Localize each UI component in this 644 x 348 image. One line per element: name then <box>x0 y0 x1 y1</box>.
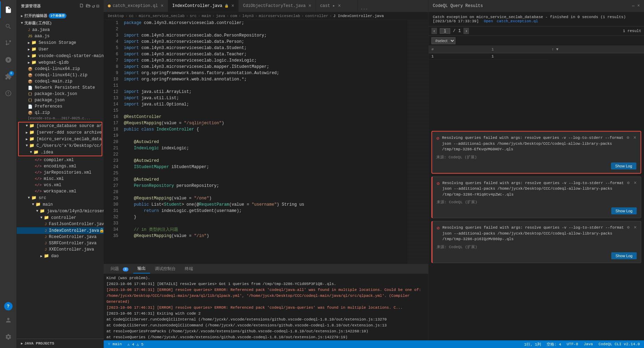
help-icon[interactable]: ? <box>4 302 13 310</box>
breadcrumb-part[interactable]: Desktop <box>108 14 124 18</box>
file-codeql-main-zip[interactable]: 📦 codeql-main.zip <box>17 78 104 85</box>
file-compiler-xml[interactable]: </> compiler.xml <box>17 157 104 163</box>
open-editors-header[interactable]: ▶ 打开的编辑器 1个未保存 <box>17 12 104 19</box>
notif1-settings-icon[interactable]: ⚙ <box>627 135 629 140</box>
notif2-close-icon[interactable]: × <box>634 180 637 186</box>
search-icon[interactable] <box>0 18 17 35</box>
breadcrumb-part[interactable]: l4yn3 <box>242 14 254 18</box>
show-log-button-2[interactable]: Show Log <box>611 207 637 214</box>
status-errors-warnings[interactable]: ⚠ 4 △ 5 <box>126 342 145 347</box>
folder-src[interactable]: ▼ 📁 src <box>17 195 104 201</box>
open-filename-link[interactable]: catch_exception.ql <box>497 19 538 23</box>
tab-catch-exception-ql[interactable]: catch_exception.ql × <box>104 0 168 12</box>
code-content[interactable]: package com.l4yn3.microserviceseclab.con… <box>121 20 407 264</box>
notif3-close-icon[interactable]: × <box>634 225 637 230</box>
tab-close-icon[interactable]: × <box>338 3 341 9</box>
settings-icon[interactable] <box>0 329 17 345</box>
close-panel-icon[interactable]: × <box>637 3 640 8</box>
new-file-icon[interactable]: 🗋 <box>79 3 84 9</box>
folder-java-com[interactable]: ▼ 📁 java/com/l4yn3/microservic... <box>17 208 104 214</box>
tab-close-icon[interactable]: × <box>231 3 234 9</box>
select-dropdown[interactable]: #select <box>431 37 455 44</box>
files-icon[interactable] <box>0 1 17 18</box>
folder-micro-service[interactable]: ▶ 📁 [micro_service_seclab_database so...… <box>19 136 102 142</box>
file-xxe-controller[interactable]: J XXEController.java <box>17 246 104 253</box>
file-misc-xml[interactable]: </> misc.xml <box>17 176 104 182</box>
tab-terminal[interactable]: 终端 <box>181 264 197 273</box>
folder-vscode-codeql[interactable]: ▶ 📁 vscode-codeql-starter-main <box>17 53 104 59</box>
tab-cdi-object-factory[interactable]: CdiObjectFactoryTest.java × <box>239 0 316 12</box>
breadcrumb-part[interactable]: microserviceseclab <box>259 14 300 18</box>
status-encoding[interactable]: UTF-8 <box>565 342 580 346</box>
tab-problems[interactable]: 问题 9 <box>106 264 133 273</box>
notif1-close-icon[interactable]: × <box>634 135 636 141</box>
folder-main[interactable]: ▼ 📁 main <box>17 201 104 208</box>
file-aa-java[interactable]: J aa.java <box>17 27 104 33</box>
run-debug-icon[interactable] <box>0 52 17 68</box>
file-ssrf-controller[interactable]: J SSRFController.java <box>17 240 104 246</box>
file-codeql-linux64-zip[interactable]: 📦 codeql-linux64.zip <box>17 66 104 72</box>
breadcrumb-part[interactable]: cc <box>129 14 134 18</box>
file-ql-zip[interactable]: 📦 ql.zip <box>17 110 104 116</box>
workspace-header[interactable]: ▼ 无标题(工作区) <box>17 19 104 27</box>
show-log-button-3[interactable]: Show Log <box>611 252 637 259</box>
tab-debug-console[interactable]: 调试控制台 <box>151 264 180 273</box>
folder-source-database[interactable]: ▼ 📁 [source_database source archive] ! <box>19 122 102 129</box>
tab-cast[interactable]: cast ▸ × <box>316 0 358 12</box>
page-input[interactable] <box>440 28 450 34</box>
file-codeql-linux64-1-zip[interactable]: 📦 codeql-linux64(1).zip <box>17 72 104 78</box>
tab-overflow-button[interactable]: ··· <box>358 7 371 12</box>
extensions-icon[interactable]: 6 <box>0 68 17 85</box>
breadcrumb-part[interactable]: main <box>202 14 211 18</box>
file-package-lock-json[interactable]: {} package-lock.json <box>17 91 104 97</box>
file-preferences[interactable]: 📄 Preferences <box>17 103 104 110</box>
new-folder-icon[interactable]: 🗁 <box>86 3 91 9</box>
folder-desktop-cc[interactable]: ▼ 📁 C_/Users/c'x'k/Desktop/cc/mi... <box>19 142 102 149</box>
tab-close-icon[interactable]: × <box>309 3 311 9</box>
file-encodings-xml[interactable]: </> encodings.xml <box>17 163 104 169</box>
tab-close-icon[interactable]: × <box>161 3 164 9</box>
codeql-icon[interactable] <box>0 85 17 102</box>
notif2-settings-icon[interactable]: ⚙ <box>627 180 629 185</box>
accounts-icon[interactable] <box>0 312 17 329</box>
folder-session-storage[interactable]: ▶ 📁 Session Storage <box>17 39 104 46</box>
folder-controller[interactable]: ▼ 📁 controller <box>17 214 104 221</box>
open-file-link[interactable]: Open <box>484 19 493 23</box>
folder-dao[interactable]: ▶ 📁 dao <box>17 253 104 259</box>
file-vscode-codeql-zip[interactable]: [escode-stu-m...2017-0025.c... <box>17 116 104 121</box>
source-control-icon[interactable] <box>0 35 17 52</box>
breadcrumb-part[interactable]: micro_service_seclab <box>139 14 185 18</box>
notif3-settings-icon[interactable]: ⚙ <box>627 225 629 230</box>
prev-page-button[interactable]: ‹ <box>431 28 437 34</box>
status-spaces[interactable]: 空格: 4 <box>545 342 563 347</box>
breadcrumb-part[interactable]: java <box>216 14 225 18</box>
file-network-persistent-state[interactable]: 📄 Network Persistent State <box>17 85 104 91</box>
status-line-col[interactable]: 1行, 1列 <box>523 342 542 347</box>
status-codeql-version[interactable]: CodeQL CLI v2.14.0 <box>597 342 641 346</box>
tab-output[interactable]: 输出 <box>133 264 150 274</box>
file-rcee-controller[interactable]: J RceeController.java <box>17 234 104 240</box>
breadcrumb-part[interactable]: com <box>230 14 237 18</box>
breadcrumb-part[interactable]: controller <box>305 14 328 18</box>
file-package-json[interactable]: {} package.json <box>17 97 104 103</box>
tab-index-controller[interactable]: IndexController.java 🔒 × <box>168 0 239 12</box>
file-workspace-xml[interactable]: </> workspace.xml <box>17 188 104 195</box>
next-page-button[interactable]: › <box>463 28 469 34</box>
file-aaa-js[interactable]: JS aaa.js <box>17 33 104 39</box>
folder-idea[interactable]: ▼ 📁 .idea <box>19 149 102 156</box>
header-settings-icon[interactable]: ⋯ <box>632 3 635 9</box>
folder-server-ddd[interactable]: ▶ 📁 [server-ddd source archive] <box>19 129 102 136</box>
show-log-button-1[interactable]: Show Log <box>611 163 636 169</box>
file-index-controller[interactable]: J IndexController.java 🔒 <box>17 227 104 234</box>
file-jar-repositories-xml[interactable]: </> jarRepositories.xml <box>17 169 104 176</box>
status-branch[interactable]: ⑂ main <box>106 342 123 346</box>
folder-user[interactable]: ▶ 📁 User <box>17 46 104 53</box>
col-header-sort[interactable]: ↑ ▼ <box>549 46 644 53</box>
breadcrumb-part[interactable]: src <box>190 14 197 18</box>
java-projects-header[interactable]: ▶ JAVA PROJECTS <box>17 340 104 347</box>
file-fastjson-controller[interactable]: J FastJsonController.java <box>17 221 104 227</box>
collapse-all-icon[interactable]: ⊟ <box>96 3 100 9</box>
refresh-icon[interactable]: ↺ <box>92 3 95 9</box>
folder-webgoat[interactable]: ▶ 📁 webgoat-qldb <box>17 59 104 66</box>
status-language[interactable]: Java <box>582 342 594 346</box>
